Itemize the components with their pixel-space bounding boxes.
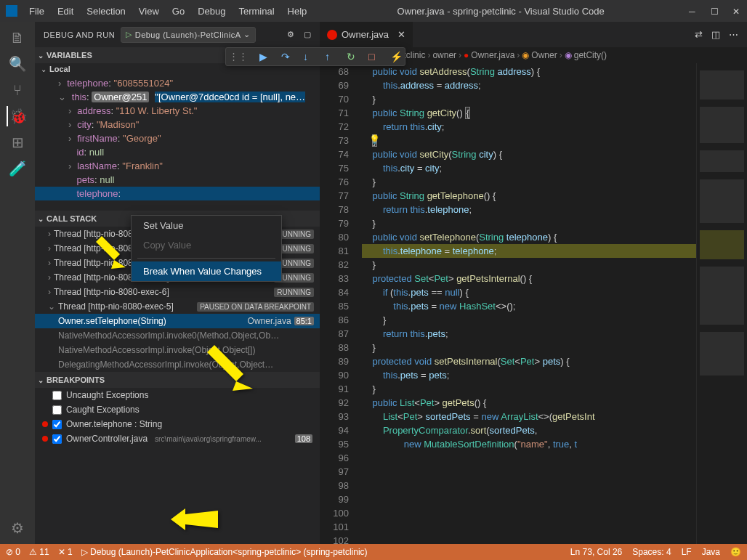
- explorer-icon[interactable]: 🗎: [7, 28, 28, 48]
- maximize-icon[interactable]: ☐: [711, 7, 719, 15]
- debug-icon distinctions[interactable]: 🐞: [7, 106, 27, 126]
- breakpoint-checkbox[interactable]: [52, 420, 62, 429]
- variable-row[interactable]: › firstName: "George": [35, 131, 320, 145]
- ctx-break-on-change[interactable]: Break When Value Changes: [132, 261, 281, 281]
- drag-handle-icon[interactable]: ⋮⋮: [229, 51, 248, 62]
- section-title: CALL STACK: [47, 214, 97, 223]
- breadcrumb-item[interactable]: getCity(): [574, 50, 607, 60]
- stop-icon[interactable]: □: [368, 51, 380, 62]
- variable-row[interactable]: › city: "Madison": [35, 118, 320, 131]
- step-over-icon[interactable]: ↷: [281, 51, 293, 62]
- settings-icon[interactable]: ⚙: [7, 518, 28, 538]
- step-out-icon[interactable]: ↑: [325, 51, 336, 62]
- variable-row[interactable]: › address: "110 W. Liberty St.": [35, 104, 320, 118]
- menu-debug[interactable]: Debug: [192, 3, 231, 20]
- java-file-icon: [327, 30, 337, 40]
- ctx-copy-value: Copy Value: [132, 235, 281, 255]
- stack-frame[interactable]: DelegatingMethodAccessorImpl.invoke(Obje…: [35, 357, 320, 372]
- sidebar-header: DEBUG AND RUN ▷ Debug (Launch)-PetClinic…: [35, 22, 320, 47]
- variable-context-menu: Set Value Copy Value Break When Value Ch…: [131, 215, 282, 282]
- compare-icon[interactable]: ⇄: [695, 29, 703, 40]
- variable-row[interactable]: › telephone: "6085551024": [35, 76, 320, 90]
- ctx-set-value[interactable]: Set Value: [132, 216, 281, 235]
- breakpoints-header[interactable]: ⌄ BREAKPOINTS: [35, 372, 320, 388]
- menu-file[interactable]: File: [23, 3, 50, 20]
- chevron-down-icon: ⌄: [38, 215, 44, 223]
- hot-reload-icon[interactable]: ⚡: [390, 51, 402, 62]
- section-title: BREAKPOINTS: [47, 376, 105, 384]
- breadcrumb-item[interactable]: Owner: [531, 50, 557, 60]
- chevron-down-icon: ⌄: [38, 376, 44, 384]
- variable-row[interactable]: id: null: [35, 145, 320, 159]
- config-name: Debug (Launch)-PetClinicA: [135, 31, 241, 39]
- sb-warnings[interactable]: ⚠ 11: [29, 547, 49, 557]
- stack-frame[interactable]: NativeMethodAccessorImpl.invoke0(Method,…: [35, 328, 320, 343]
- source-control-icon[interactable]: ⑂: [7, 80, 28, 100]
- window-controls: ─ ☐ ✕: [689, 7, 741, 15]
- minimap[interactable]: [696, 63, 747, 544]
- editor-tabs: Owner.java ✕ ⇄ ◫ ⋯: [320, 22, 747, 47]
- minimize-icon[interactable]: ─: [689, 7, 698, 15]
- sb-sync[interactable]: ✕ 1: [58, 547, 73, 557]
- sb-lang[interactable]: Java: [702, 547, 720, 557]
- menu-view[interactable]: View: [133, 3, 165, 20]
- separator: [137, 258, 275, 259]
- menu-go[interactable]: Go: [166, 3, 190, 20]
- breadcrumb-item[interactable]: owner: [432, 50, 456, 60]
- search-icon[interactable]: 🔍: [7, 54, 28, 74]
- sb-eol[interactable]: LF: [682, 547, 692, 557]
- sb-cursor[interactable]: Ln 73, Col 26: [570, 547, 622, 557]
- close-icon[interactable]: ✕: [732, 7, 741, 15]
- testing-icon[interactable]: 🧪: [7, 158, 28, 179]
- debug-config-dropdown[interactable]: ▷ Debug (Launch)-PetClinicA ⌄: [121, 27, 256, 43]
- continue-icon[interactable]: ▶: [259, 51, 271, 62]
- variable-row[interactable]: ⌄ this: Owner@251 "[Owner@7ddce0cd id = …: [35, 90, 320, 104]
- lightbulb-icon[interactable]: 💡: [369, 134, 380, 145]
- menu-help[interactable]: Help: [282, 3, 313, 20]
- chevron-down-icon[interactable]: ⌄: [243, 30, 251, 39]
- thread-row[interactable]: ⌄Thread [http-nio-8080-exec-5]PAUSED ON …: [35, 299, 320, 314]
- chevron-down-icon: ⌄: [38, 52, 44, 60]
- activity-bar: 🗎 🔍 ⑂ 🐞 ⊞ 🧪 ⚙: [0, 22, 35, 544]
- sb-debug-target[interactable]: ▷ Debug (Launch)-PetClinicApplication<sp…: [81, 547, 368, 557]
- thread-row[interactable]: ›Thread [http-nio-8080-exec-6]RUNNING: [35, 285, 320, 299]
- stack-frame[interactable]: NativeMethodAccessorImpl.invoke(Object,O…: [35, 343, 320, 357]
- menu-selection[interactable]: Selection: [81, 3, 131, 20]
- section-title: VARIABLES: [47, 51, 92, 60]
- line-gutter: 6869707172737475767778798081828384858687…: [320, 63, 362, 544]
- menu-terminal[interactable]: Terminal: [233, 3, 280, 20]
- breakpoint-row[interactable]: Caught Exceptions: [35, 402, 320, 417]
- tab-close-icon[interactable]: ✕: [397, 29, 405, 40]
- breakpoints-list: Uncaught ExceptionsCaught ExceptionsOwne…: [35, 388, 320, 446]
- breakpoint-checkbox[interactable]: [52, 405, 62, 415]
- restart-icon[interactable]: ↻: [347, 51, 358, 62]
- gear-icon[interactable]: ⚙: [287, 30, 295, 39]
- code-editor[interactable]: 💡 68697071727374757677787980818283848586…: [320, 63, 747, 544]
- sb-errors[interactable]: ⊘ 0: [6, 547, 20, 557]
- extensions-icon[interactable]: ⊞: [7, 132, 28, 153]
- variable-row[interactable]: › lastName: "Franklin": [35, 159, 320, 173]
- breakpoint-checkbox[interactable]: [52, 391, 62, 400]
- tab-owner-java[interactable]: Owner.java ✕: [320, 22, 413, 47]
- breadcrumb-item[interactable]: Owner.java: [471, 50, 514, 60]
- sb-feedback-icon[interactable]: 🙂: [730, 547, 741, 557]
- stack-frame[interactable]: Owner.setTelephone(String)Owner.java85:1: [35, 314, 320, 328]
- variable-row[interactable]: telephone:: [35, 187, 320, 200]
- breakpoint-row[interactable]: Owner.telephone : String: [35, 417, 320, 431]
- more-icon[interactable]: ⋯: [729, 29, 738, 40]
- debug-console-icon[interactable]: ▢: [304, 30, 312, 39]
- sb-indent[interactable]: Spaces: 4: [632, 547, 671, 557]
- debug-toolbar[interactable]: ⋮⋮ ▶ ↷ ↓ ↑ ↻ □ ⚡: [225, 47, 405, 66]
- variable-row[interactable]: pets: null: [35, 173, 320, 187]
- menu-edit[interactable]: Edit: [52, 3, 79, 20]
- breakpoint-checkbox[interactable]: [52, 434, 62, 444]
- code-content[interactable]: public void setAddress(String address) {…: [362, 63, 696, 544]
- step-into-icon[interactable]: ↓: [303, 51, 315, 62]
- editor-area: Owner.java ✕ ⇄ ◫ ⋯ ⋮⋮ ▶ ↷ ↓ ↑ ↻ □ ⚡ work…: [320, 22, 747, 544]
- breakpoint-row[interactable]: OwnerController.javasrc\main\java\org\sp…: [35, 431, 320, 446]
- start-debug-icon[interactable]: ▷: [126, 30, 132, 39]
- window-title: Owner.java - spring-petclinic - Visual S…: [312, 6, 689, 17]
- split-editor-icon[interactable]: ◫: [711, 29, 720, 40]
- breakpoint-row[interactable]: Uncaught Exceptions: [35, 388, 320, 402]
- variables-tree: › telephone: "6085551024"⌄ this: Owner@2…: [35, 75, 320, 202]
